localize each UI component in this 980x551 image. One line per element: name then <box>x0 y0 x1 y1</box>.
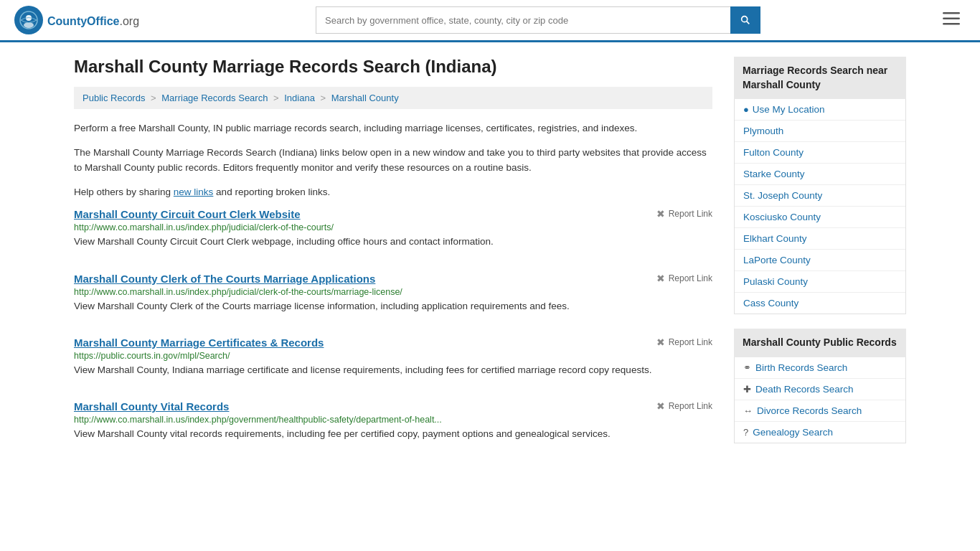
report-link-3[interactable]: ✖ Report Link <box>656 336 712 348</box>
death-records-item[interactable]: ✚ Death Records Search <box>735 379 905 400</box>
svg-rect-7 <box>943 18 960 20</box>
arrows-icon: ↔ <box>743 405 753 416</box>
nearby-list-item[interactable]: Cass County <box>735 293 905 314</box>
genealogy-item[interactable]: ? Genealogy Search <box>735 422 905 443</box>
nearby-list: ● Use My Location Plymouth Fulton County… <box>734 99 906 314</box>
public-records-section: Marshall County Public Records ⚭ Birth R… <box>734 329 906 443</box>
svg-rect-8 <box>943 23 960 25</box>
nearby-link-plymouth[interactable]: Plymouth <box>743 126 783 136</box>
location-pin-icon: ● <box>743 104 749 115</box>
result-url-3: https://public.courts.in.gov/mlpl/Search… <box>74 351 712 361</box>
logo-area: CountyOffice.org <box>14 6 139 34</box>
nearby-link-kosciusko[interactable]: Kosciusko County <box>743 212 821 222</box>
logo-icon <box>14 6 43 34</box>
result-url-4: http://www.co.marshall.in.us/index.php/g… <box>74 415 712 425</box>
report-link-1[interactable]: ✖ Report Link <box>656 208 712 220</box>
main-container: Marshall County Marriage Records Search … <box>60 42 920 479</box>
intro3-pre: Help others by sharing <box>74 187 174 197</box>
result-header: Marshall County Vital Records ✖ Report L… <box>74 400 712 413</box>
divorce-records-item[interactable]: ↔ Divorce Records Search <box>735 400 905 422</box>
result-desc-3: View Marshall County, Indiana marriage c… <box>74 363 712 377</box>
nearby-list-item[interactable]: Elkhart County <box>735 228 905 250</box>
result-item: Marshall County Marriage Certificates & … <box>74 336 712 380</box>
result-title-1[interactable]: Marshall County Circuit Court Clerk Webs… <box>74 208 301 220</box>
result-title-2[interactable]: Marshall County Clerk of The Courts Marr… <box>74 273 375 285</box>
result-desc-4: View Marshall County vital records requi… <box>74 427 712 441</box>
intro-text-1: Perform a free Marshall County, IN publi… <box>74 121 712 136</box>
result-header: Marshall County Marriage Certificates & … <box>74 336 712 349</box>
result-title-4[interactable]: Marshall County Vital Records <box>74 400 229 413</box>
nearby-link-elkhart[interactable]: Elkhart County <box>743 233 807 244</box>
result-desc-2: View Marshall County Clerk of the Courts… <box>74 299 712 314</box>
result-item: Marshall County Circuit Court Clerk Webs… <box>74 208 712 252</box>
sidebar: Marriage Records Search near Marshall Co… <box>734 57 906 464</box>
result-title-3[interactable]: Marshall County Marriage Certificates & … <box>74 336 324 349</box>
nearby-link-stjoseph[interactable]: St. Joseph County <box>743 190 822 201</box>
divorce-records-link[interactable]: Divorce Records Search <box>757 405 862 416</box>
report-icon-3: ✖ <box>656 336 665 348</box>
question-icon: ? <box>743 427 748 438</box>
result-url-2: http://www.co.marshall.in.us/index.php/j… <box>74 287 712 297</box>
report-label-2: Report Link <box>669 273 712 283</box>
intro-text-3: Help others by sharing new links and rep… <box>74 184 712 200</box>
nearby-list-item[interactable]: St. Joseph County <box>735 185 905 207</box>
nearby-list-item[interactable]: Plymouth <box>735 121 905 142</box>
breadcrumb-indiana[interactable]: Indiana <box>284 93 315 103</box>
report-link-4[interactable]: ✖ Report Link <box>656 400 712 412</box>
breadcrumb-marshall[interactable]: Marshall County <box>331 93 399 103</box>
report-label-1: Report Link <box>669 209 712 219</box>
nearby-list-item[interactable]: Kosciusko County <box>735 207 905 228</box>
new-links-link[interactable]: new links <box>174 187 214 197</box>
page-title: Marshall County Marriage Records Search … <box>74 57 712 77</box>
breadcrumb: Public Records > Marriage Records Search… <box>74 87 712 109</box>
breadcrumb-sep1: > <box>151 93 159 103</box>
result-header: Marshall County Clerk of The Courts Marr… <box>74 273 712 285</box>
nearby-link-pulaski[interactable]: Pulaski County <box>743 276 808 287</box>
nearby-link-fulton[interactable]: Fulton County <box>743 147 804 158</box>
nearby-list-item[interactable]: Starke County <box>735 164 905 185</box>
site-header: CountyOffice.org <box>0 0 980 42</box>
main-content: Marshall County Marriage Records Search … <box>74 57 712 464</box>
result-item: Marshall County Clerk of The Courts Marr… <box>74 273 712 316</box>
svg-point-2 <box>24 22 34 28</box>
nearby-link-cass[interactable]: Cass County <box>743 298 798 309</box>
svg-point-4 <box>742 17 748 22</box>
report-icon-1: ✖ <box>656 208 665 220</box>
breadcrumb-marriage-records[interactable]: Marriage Records Search <box>161 93 268 103</box>
breadcrumb-sep3: > <box>321 93 329 103</box>
nearby-list-item[interactable]: LaPorte County <box>735 250 905 271</box>
result-header: Marshall County Circuit Court Clerk Webs… <box>74 208 712 220</box>
report-icon-2: ✖ <box>656 273 665 284</box>
breadcrumb-public-records[interactable]: Public Records <box>83 93 145 103</box>
search-area <box>316 6 760 34</box>
breadcrumb-sep2: > <box>273 93 281 103</box>
report-icon-4: ✖ <box>656 400 665 412</box>
public-records-list: ⚭ Birth Records Search ✚ Death Records S… <box>734 357 906 443</box>
person-icon: ⚭ <box>743 362 751 373</box>
menu-button[interactable] <box>937 8 966 32</box>
svg-rect-6 <box>943 12 960 14</box>
nearby-list-item[interactable]: Pulaski County <box>735 271 905 293</box>
genealogy-link[interactable]: Genealogy Search <box>753 427 833 438</box>
search-button[interactable] <box>730 6 760 34</box>
report-link-2[interactable]: ✖ Report Link <box>656 273 712 284</box>
report-label-4: Report Link <box>669 401 712 411</box>
public-records-header: Marshall County Public Records <box>734 329 906 357</box>
intro-text-2: The Marshall County Marriage Records Sea… <box>74 145 712 176</box>
birth-records-link[interactable]: Birth Records Search <box>755 362 847 373</box>
search-input[interactable] <box>316 6 730 34</box>
nearby-list-item[interactable]: Fulton County <box>735 142 905 164</box>
nearby-link-starke[interactable]: Starke County <box>743 169 805 179</box>
report-label-3: Report Link <box>669 337 712 347</box>
nearby-section: Marriage Records Search near Marshall Co… <box>734 57 906 314</box>
result-item: Marshall County Vital Records ✖ Report L… <box>74 400 712 444</box>
result-desc-1: View Marshall County Circuit Court Clerk… <box>74 235 712 249</box>
nearby-header: Marriage Records Search near Marshall Co… <box>734 57 906 99</box>
svg-line-5 <box>747 22 750 24</box>
use-location-link[interactable]: Use My Location <box>753 104 825 115</box>
intro3-post: and reporting broken links. <box>213 187 330 197</box>
nearby-link-laporte[interactable]: LaPorte County <box>743 255 811 265</box>
death-records-link[interactable]: Death Records Search <box>755 384 854 395</box>
birth-records-item[interactable]: ⚭ Birth Records Search <box>735 357 905 379</box>
nearby-use-location[interactable]: ● Use My Location <box>735 99 905 121</box>
